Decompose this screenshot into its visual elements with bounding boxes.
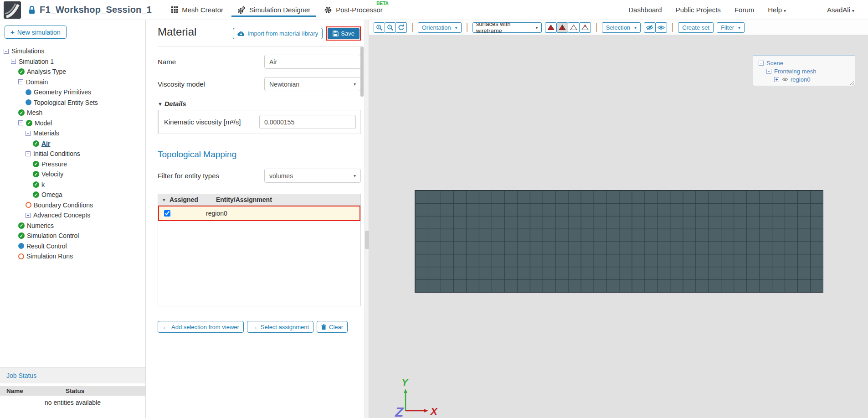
- zoom-out-button[interactable]: [385, 22, 396, 33]
- user-menu[interactable]: AsadAli▾: [827, 6, 854, 14]
- axis-triad: Y X Z: [392, 377, 444, 418]
- nav-link-public-projects[interactable]: Public Projects: [676, 6, 721, 14]
- selection-dropdown[interactable]: Selection ▾: [602, 22, 641, 33]
- show-all-button[interactable]: [655, 22, 667, 33]
- tree-item-boundary-conditions[interactable]: Boundary Conditions: [0, 200, 145, 211]
- mesh-outline-red-button[interactable]: [579, 22, 591, 33]
- collapse-icon[interactable]: −: [11, 59, 16, 64]
- tree-item-advanced-concepts[interactable]: +Advanced Concepts: [0, 210, 145, 221]
- hide-selection-button[interactable]: [644, 22, 656, 33]
- tree-item-simulation-runs[interactable]: Simulation Runs: [0, 251, 145, 262]
- add-selection-button[interactable]: ← Add selection from viewer: [158, 321, 244, 333]
- help-menu[interactable]: Help▾: [768, 6, 786, 14]
- job-status-col-name: Name: [6, 387, 66, 394]
- details-toggle[interactable]: ▼ Details: [158, 100, 361, 108]
- tree-item-analysis-type[interactable]: ✓Analysis Type: [0, 67, 145, 77]
- collapse-icon[interactable]: −: [26, 131, 31, 136]
- create-set-button[interactable]: Create set: [678, 22, 714, 33]
- plus-icon: +: [10, 28, 15, 36]
- clear-button[interactable]: Clear: [317, 321, 348, 333]
- select-assignment-button[interactable]: → Select assignment: [247, 321, 313, 333]
- tree-item-simulations[interactable]: −Simulations: [0, 46, 145, 57]
- zoom-in-button[interactable]: [374, 22, 385, 33]
- tree-item-initial-conditions[interactable]: −Initial Conditions: [0, 149, 145, 159]
- panel-splitter[interactable]: [365, 20, 369, 418]
- trash-icon: [321, 324, 326, 330]
- tree-item-velocity[interactable]: ✓Velocity: [0, 169, 145, 180]
- scene-tree-item-frontwing-mesh[interactable]: − Frontwing mesh: [759, 67, 855, 75]
- viscosity-model-select[interactable]: Newtonian ▾: [264, 77, 361, 91]
- job-status-table-header: Name Status: [0, 386, 145, 396]
- tree-item-pressure[interactable]: ✓Pressure: [0, 159, 145, 170]
- header-divider: [158, 46, 361, 46]
- eye-icon[interactable]: [782, 77, 788, 82]
- refresh-icon: [398, 24, 405, 31]
- mesh-solid-button[interactable]: [545, 22, 557, 33]
- check-circle-icon: ✓: [18, 68, 25, 75]
- orientation-dropdown[interactable]: Orientation ▾: [418, 22, 462, 33]
- collapse-icon[interactable]: −: [26, 151, 31, 156]
- tree-item-model[interactable]: −✓Model: [0, 118, 145, 129]
- tree-item-materials[interactable]: −Materials: [0, 128, 145, 139]
- tree-item-result-control[interactable]: Result Control: [0, 241, 145, 252]
- import-material-button[interactable]: Import from material library: [233, 28, 323, 39]
- collapse-icon[interactable]: −: [759, 61, 764, 66]
- zoom-controls: [374, 22, 407, 33]
- simscale-logo[interactable]: [4, 1, 21, 19]
- assigned-checkbox[interactable]: [164, 210, 170, 217]
- nav-link-dashboard[interactable]: Dashboard: [628, 6, 662, 14]
- tree-item-k[interactable]: ✓k: [0, 180, 145, 190]
- viewer-3d[interactable]: Orientation ▾ surfaces with wireframe ▾: [369, 20, 868, 418]
- tree-item-label: Omega: [41, 191, 62, 198]
- mesh-region[interactable]: [415, 190, 823, 293]
- tree-item-omega[interactable]: ✓Omega: [0, 190, 145, 200]
- name-input[interactable]: [264, 55, 361, 69]
- filter-dropdown[interactable]: Filter ▾: [717, 22, 745, 33]
- material-settings-panel: Material Import from material library: [146, 20, 365, 418]
- assignment-table-header[interactable]: ▼ Assigned Entity/Assignment: [158, 194, 360, 206]
- tree-item-mesh[interactable]: ✓Mesh: [0, 108, 145, 118]
- tab-simulation-designer[interactable]: Simulation Designer: [230, 0, 317, 20]
- check-circle-icon: ✓: [18, 232, 25, 239]
- tree-item-topological-entity-sets[interactable]: Topological Entity Sets: [0, 98, 145, 108]
- mesh-outline-button[interactable]: [568, 22, 580, 33]
- collapse-icon[interactable]: −: [766, 69, 771, 74]
- tree-item-numerics[interactable]: ✓Numerics: [0, 221, 145, 231]
- splitter-handle[interactable]: [365, 231, 369, 249]
- table-row-region0[interactable]: region0: [158, 206, 360, 221]
- nav-link-forum[interactable]: Forum: [734, 6, 754, 14]
- gear-icon: [324, 6, 332, 14]
- top-navbar: F1_Workshop_Session_1 Mesh Creator Simul…: [0, 0, 868, 20]
- toolbar-separator: [596, 23, 597, 32]
- collapse-icon[interactable]: −: [18, 79, 23, 84]
- tree-item-simulation-control[interactable]: ✓Simulation Control: [0, 231, 145, 241]
- blue-dot-icon: [18, 243, 24, 249]
- refresh-view-button[interactable]: [395, 22, 407, 33]
- scene-tree-overlay[interactable]: − Scene − Frontwing mesh + region0: [753, 55, 855, 86]
- save-button[interactable]: Save: [328, 28, 360, 39]
- render-mode-select[interactable]: surfaces with wireframe ▾: [473, 22, 542, 33]
- tree-item-geometry-primitives[interactable]: Geometry Primitives: [0, 87, 145, 98]
- tree-item-simulation-1[interactable]: −Simulation 1: [0, 57, 145, 67]
- collapse-icon[interactable]: −: [4, 49, 9, 54]
- scene-tree-item-region0[interactable]: + region0: [759, 75, 855, 83]
- scene-tree-item-scene[interactable]: − Scene: [759, 59, 855, 67]
- arrow-right-icon: →: [252, 323, 258, 330]
- sort-descending-icon: ▼: [162, 197, 166, 202]
- expand-icon[interactable]: +: [26, 213, 31, 218]
- expand-icon[interactable]: +: [774, 77, 779, 82]
- new-simulation-button[interactable]: + New simulation: [5, 26, 67, 39]
- entity-filter-select[interactable]: volumes ▾: [264, 169, 361, 183]
- tab-label: Simulation Designer: [249, 6, 310, 14]
- tree-item-air[interactable]: ✓Air: [0, 139, 145, 149]
- panel-scrollbar[interactable]: [360, 46, 364, 97]
- check-circle-icon: ✓: [33, 191, 39, 198]
- mesh-solid-wireframe-button[interactable]: [556, 22, 568, 33]
- tab-post-processor[interactable]: BETA Post-Processor: [317, 0, 390, 20]
- tree-item-domain[interactable]: −Domain: [0, 77, 145, 88]
- job-status-title[interactable]: Job Status: [0, 368, 145, 383]
- tree-item-label: Simulation 1: [19, 58, 54, 65]
- collapse-icon[interactable]: −: [18, 120, 23, 125]
- kinematic-viscosity-input[interactable]: [259, 115, 356, 129]
- tab-mesh-creator[interactable]: Mesh Creator: [164, 0, 230, 20]
